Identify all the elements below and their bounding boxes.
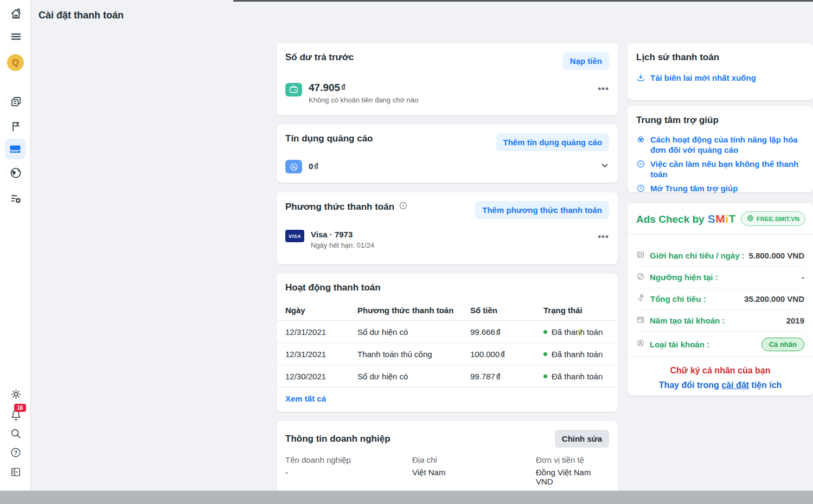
table-row: 12/31/2021 Thanh toán thủ công 100.000đ … xyxy=(277,343,618,365)
balance-amount: 47.905đ xyxy=(309,82,418,94)
see-all-link[interactable]: Xem tất cả xyxy=(277,387,618,410)
table-row: 12/31/2021 Số dư hiện có 99.666đ Đã than… xyxy=(277,320,618,343)
svg-text:i: i xyxy=(402,203,404,208)
edit-button[interactable]: Chỉnh sửa xyxy=(555,430,609,448)
search-icon[interactable] xyxy=(9,427,23,441)
billing-how-icon xyxy=(636,134,645,146)
ads-check-stats: Giới hạn chi tiêu / ngày : 5.800.000 VND… xyxy=(628,234,813,357)
business-info-card: Thông tin doanh nghiệp Chỉnh sửa Tên doa… xyxy=(277,421,618,494)
add-ad-credit-button[interactable]: Thêm tín dụng quảng cáo xyxy=(496,133,610,151)
download-receipt-link[interactable]: Tải biên lai mới nhất xuống xyxy=(636,73,804,85)
status-dot xyxy=(543,330,547,334)
stat-row-account-type: Loại tài khoản : Cá nhân xyxy=(636,332,804,357)
stat-row-spend-limit: Giới hạn chi tiêu / ngày : 5.800.000 VND xyxy=(636,245,804,267)
add-payment-method-button[interactable]: Thêm phương thức thanh toán xyxy=(475,201,609,219)
flag-icon[interactable] xyxy=(9,119,23,133)
billing-icon-active[interactable] xyxy=(5,139,25,159)
calendar-icon xyxy=(636,315,645,326)
activity-table: Ngày Phương thức thanh toán Số tiền Trạn… xyxy=(277,300,618,410)
left-sidebar: Q xyxy=(0,0,31,490)
status-dot xyxy=(543,352,547,356)
visa-badge: VISA xyxy=(285,230,304,242)
payment-activity-title: Hoạt động thanh toán xyxy=(285,282,381,293)
svg-text:?: ? xyxy=(639,186,642,191)
top-up-button[interactable]: Nạp tiền xyxy=(563,52,609,70)
minus-circle-icon xyxy=(636,159,645,171)
globe-small-icon xyxy=(747,215,754,223)
campaigns-icon[interactable] xyxy=(9,95,23,109)
avatar[interactable]: Q xyxy=(7,54,24,71)
business-currency-field: Đơn vị tiền tệ Đồng Việt Nam VND xyxy=(536,455,609,486)
smit-logo: SMiT xyxy=(708,212,736,225)
help-link-billing[interactable]: Cách hoạt động của tính năng lập hóa đơn… xyxy=(636,134,805,155)
signature-text: Chữ ký cá nhân của bạn xyxy=(628,363,813,378)
wallet-icon xyxy=(285,83,302,96)
payment-activity-card: Hoạt động thanh toán Ngày Phương thức th… xyxy=(277,274,618,412)
free-smit-link[interactable]: FREE.SMIT.VN xyxy=(741,211,805,226)
col-method: Phương thức thanh toán xyxy=(357,306,470,315)
help-icon[interactable]: ? xyxy=(9,445,23,460)
change-settings-text: Thay đổi trong cài đặt tiện ích xyxy=(628,378,813,392)
balance-note: Không có khoản tiền đang chờ nào xyxy=(309,96,418,104)
prepaid-balance-title: Số dư trả trước xyxy=(285,52,354,63)
ad-credit-title: Tín dụng quảng cáo xyxy=(285,133,373,144)
prepaid-balance-card: Số dư trả trước Nạp tiền 47.905đ Không c… xyxy=(277,43,618,115)
more-options-icon[interactable]: ••• xyxy=(598,86,609,92)
help-link-cannot-pay[interactable]: Việc cần làm nếu bạn không thể thanh toá… xyxy=(636,159,805,179)
col-amount: Số tiền xyxy=(470,306,543,315)
status-dot xyxy=(543,374,547,378)
payment-methods-card: Phương thức thanh toán i Thêm phương thứ… xyxy=(277,192,618,264)
extension-settings-link[interactable]: cài đặt xyxy=(721,380,749,390)
globe-icon[interactable] xyxy=(9,166,23,180)
stat-row-threshold: Ngưỡng hiện tại : - xyxy=(636,267,804,288)
svg-text:%: % xyxy=(292,164,296,169)
home-icon[interactable] xyxy=(9,7,23,21)
gear-icon[interactable] xyxy=(9,387,23,401)
ads-check-title: Ads Check by xyxy=(636,214,705,225)
stat-row-total-spend: Tổng chi tiêu : 35.200.000 VND xyxy=(636,288,804,310)
status-text: Đã thanh toán xyxy=(552,327,603,337)
svg-text:?: ? xyxy=(14,450,17,456)
question-circle-icon: ? xyxy=(636,183,645,195)
col-date: Ngày xyxy=(285,306,357,315)
avatar-letter: Q xyxy=(12,58,18,68)
table-row: 12/30/2021 Số dư hiện có 99.787đ Đã than… xyxy=(277,365,618,387)
payment-history-title: Lịch sử thanh toán xyxy=(636,52,719,63)
business-name-field: Tên doanh nghiệp - xyxy=(285,455,412,486)
help-center-card: Trung tâm trợ giúp Cách hoạt động của tí… xyxy=(628,106,813,192)
card-name: Visa · 7973 xyxy=(311,230,374,239)
total-spend-icon xyxy=(636,293,645,305)
card-expiry: Ngày hết hạn: 01/24 xyxy=(311,241,374,249)
settings-sliders-icon[interactable] xyxy=(9,191,23,205)
table-header: Ngày Phương thức thanh toán Số tiền Trạn… xyxy=(277,300,618,320)
page-title: Cài đặt thanh toán xyxy=(39,10,124,21)
help-center-title: Trung tâm trợ giúp xyxy=(636,115,719,126)
business-address-field: Địa chỉ Việt Nam xyxy=(412,455,536,486)
window-top-edge xyxy=(233,0,813,2)
info-icon[interactable]: i xyxy=(399,201,408,213)
stat-row-account-year: Năm tạo tài khoản : 2019 xyxy=(636,310,804,332)
collapse-panel-icon[interactable] xyxy=(9,465,23,479)
account-type-badge: Cá nhân xyxy=(761,338,804,351)
payment-history-card: Lịch sử thanh toán Tải biên lai mới nhất… xyxy=(628,43,813,100)
credit-amount: 0đ xyxy=(309,161,318,171)
bottom-taskbar xyxy=(0,490,813,504)
status-text: Đã thanh toán xyxy=(552,372,603,381)
status-text: Đã thanh toán xyxy=(552,350,603,359)
chevron-down-icon[interactable] xyxy=(600,161,609,172)
payment-methods-title: Phương thức thanh toán xyxy=(285,202,394,212)
percent-icon: % xyxy=(285,160,302,173)
more-options-icon[interactable]: ••• xyxy=(598,234,609,240)
person-circle-icon xyxy=(636,339,645,350)
col-status: Trạng thái xyxy=(543,306,609,315)
business-info-title: Thông tin doanh nghiệp xyxy=(285,434,391,444)
threshold-icon xyxy=(636,272,645,283)
spend-limit-icon xyxy=(636,250,645,261)
ads-check-footer: Chữ ký cá nhân của bạn Thay đổi trong cà… xyxy=(628,357,813,392)
notification-badge: 16 xyxy=(14,404,26,412)
menu-hamburger-icon[interactable] xyxy=(9,29,23,43)
help-link-open-center[interactable]: ? Mở Trung tâm trợ giúp xyxy=(636,183,805,195)
download-icon xyxy=(636,73,645,85)
ads-check-panel: Ads Check by SMiT FREE.SMIT.VN Giới hạn … xyxy=(628,203,813,396)
ad-credit-card: Tín dụng quảng cáo Thêm tín dụng quảng c… xyxy=(277,125,618,183)
